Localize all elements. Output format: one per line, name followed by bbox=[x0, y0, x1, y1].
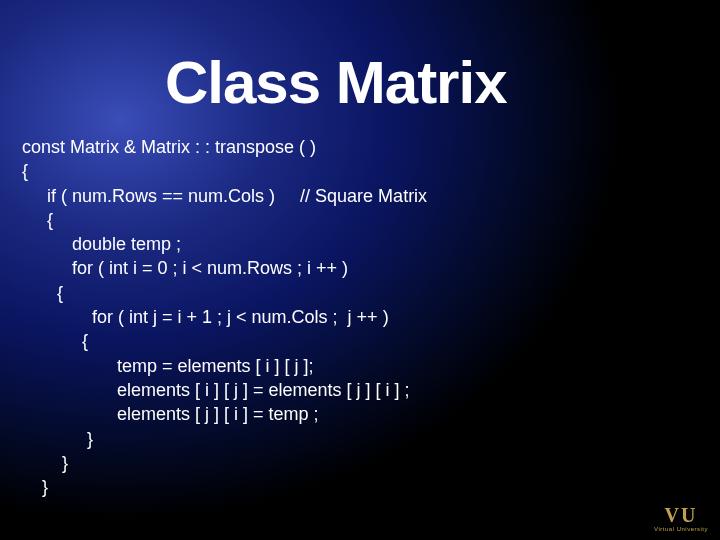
code-line: if ( num.Rows == num.Cols ) // Square Ma… bbox=[22, 186, 427, 206]
code-line: for ( int i = 0 ; i < num.Rows ; i ++ ) bbox=[22, 258, 348, 278]
logo-text: VU bbox=[665, 505, 698, 525]
code-line: temp = elements [ i ] [ j ]; bbox=[22, 356, 314, 376]
slide-title: Class Matrix bbox=[165, 48, 507, 117]
code-line: { bbox=[22, 331, 88, 351]
code-line: elements [ i ] [ j ] = elements [ j ] [ … bbox=[22, 380, 410, 400]
code-line: double temp ; bbox=[22, 234, 181, 254]
code-block: const Matrix & Matrix : : transpose ( ) … bbox=[22, 135, 427, 499]
code-line: } bbox=[22, 477, 48, 497]
vu-logo: VU Virtual University bbox=[654, 505, 708, 532]
logo-subtitle: Virtual University bbox=[654, 526, 708, 532]
code-line: { bbox=[22, 210, 53, 230]
code-line: elements [ j ] [ i ] = temp ; bbox=[22, 404, 319, 424]
code-line: { bbox=[22, 283, 63, 303]
code-line: for ( int j = i + 1 ; j < num.Cols ; j +… bbox=[22, 307, 389, 327]
code-line: } bbox=[22, 453, 68, 473]
code-line: const Matrix & Matrix : : transpose ( ) bbox=[22, 137, 316, 157]
code-line: } bbox=[22, 429, 93, 449]
code-line: { bbox=[22, 161, 28, 181]
